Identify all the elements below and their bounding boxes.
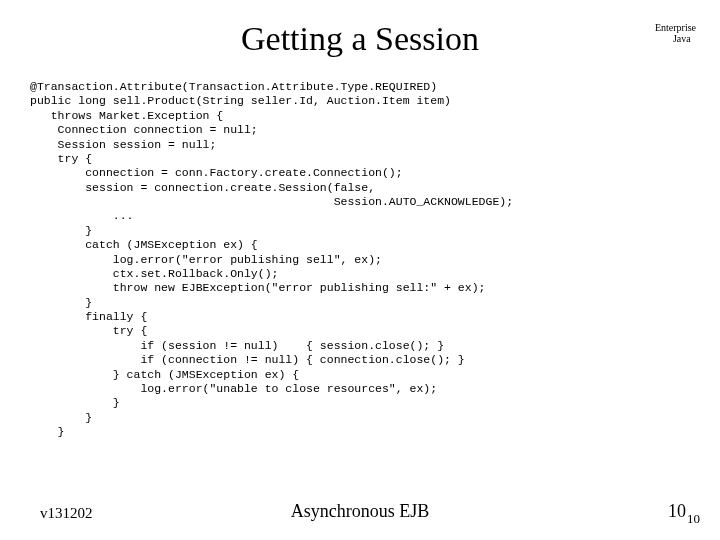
footer-page-number-sub: 10: [687, 511, 700, 527]
slide: Getting a Session Enterprise Java @Trans…: [0, 0, 720, 540]
corner-label: Enterprise Java: [655, 22, 696, 44]
code-block: @Transaction.Attribute(Transaction.Attri…: [30, 80, 690, 439]
footer-title: Asynchronous EJB: [0, 501, 720, 522]
corner-line2: Java: [655, 33, 696, 44]
footer-page-number: 10: [668, 501, 686, 522]
page-title: Getting a Session: [0, 20, 720, 58]
corner-line1: Enterprise: [655, 22, 696, 33]
